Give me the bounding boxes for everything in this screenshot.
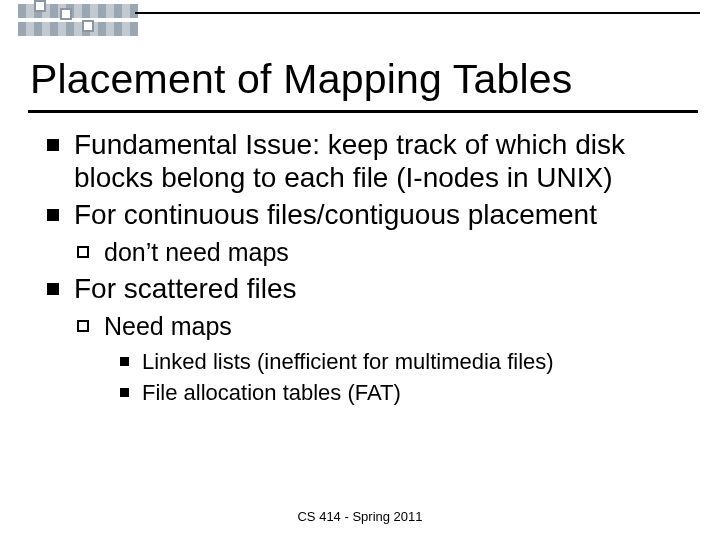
slide-title: Placement of Mapping Tables [30,56,690,103]
bullet-text: For continuous files/contiguous placemen… [74,199,597,230]
bullet-level1: Fundamental Issue: keep track of which d… [44,128,690,194]
bullet-level3: File allocation tables (FAT) [118,378,690,408]
slide-footer: CS 414 - Spring 2011 [0,509,720,524]
bullet-level2: don’t need maps [74,237,690,268]
bullet-level1: For scattered files Need maps Linked lis… [44,272,690,408]
title-underline [28,110,698,113]
header-decoration [18,2,138,42]
bullet-level2: Need maps Linked lists (inefficient for … [74,311,690,408]
bullet-level3: Linked lists (inefficient for multimedia… [118,347,690,377]
bullet-text: For scattered files [74,273,297,304]
bullet-level1: For continuous files/contiguous placemen… [44,198,690,268]
bullet-text: Need maps [104,312,232,340]
header-thin-rule [135,12,700,14]
slide-body: Fundamental Issue: keep track of which d… [44,128,690,412]
slide: Placement of Mapping Tables Fundamental … [0,0,720,540]
